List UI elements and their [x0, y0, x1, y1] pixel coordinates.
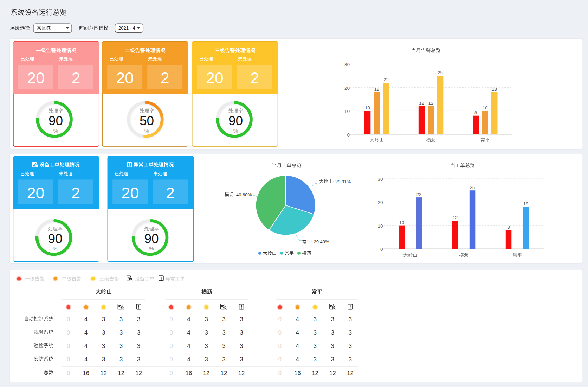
- svg-text:3: 3: [222, 316, 225, 322]
- svg-text:3: 3: [137, 329, 140, 336]
- svg-text:3: 3: [349, 343, 352, 349]
- svg-text:4: 4: [84, 316, 88, 322]
- svg-text:20: 20: [121, 184, 139, 202]
- svg-text:0: 0: [169, 316, 173, 322]
- svg-text:20: 20: [344, 85, 350, 91]
- svg-text:20: 20: [27, 69, 45, 87]
- svg-text:90: 90: [144, 231, 159, 246]
- svg-text:0: 0: [67, 329, 70, 336]
- svg-text:2: 2: [161, 69, 169, 87]
- svg-text:3: 3: [349, 356, 352, 362]
- svg-text:3: 3: [102, 316, 105, 322]
- svg-text:20: 20: [377, 200, 383, 205]
- svg-text:3: 3: [240, 343, 243, 349]
- svg-text:3: 3: [222, 343, 225, 349]
- svg-text:3: 3: [331, 316, 334, 322]
- svg-text:0: 0: [169, 370, 173, 376]
- svg-text:4: 4: [84, 343, 88, 349]
- svg-text:4: 4: [84, 356, 88, 362]
- svg-text:3: 3: [119, 356, 123, 362]
- svg-text:12: 12: [329, 370, 336, 376]
- svg-text:%: %: [149, 246, 154, 252]
- svg-text:25: 25: [470, 185, 475, 190]
- svg-text:0: 0: [347, 132, 350, 138]
- svg-text:3: 3: [222, 329, 225, 336]
- svg-text:10: 10: [483, 105, 487, 110]
- svg-text:3: 3: [102, 343, 105, 349]
- svg-text:90: 90: [48, 231, 62, 246]
- svg-text:12: 12: [312, 370, 318, 376]
- svg-text:: 29.49%: : 29.49%: [311, 239, 329, 245]
- svg-text:4: 4: [187, 316, 190, 322]
- svg-text:12: 12: [238, 370, 245, 376]
- svg-text:3: 3: [349, 316, 352, 322]
- svg-text:%: %: [53, 128, 58, 134]
- svg-text:: 40.60%: : 40.60%: [234, 192, 252, 197]
- svg-text:3: 3: [314, 316, 317, 322]
- svg-text:16: 16: [294, 370, 301, 376]
- svg-text:3: 3: [205, 356, 208, 362]
- svg-text:8: 8: [507, 224, 510, 230]
- svg-text:20: 20: [27, 184, 44, 202]
- svg-text:12: 12: [428, 101, 433, 106]
- svg-text:0: 0: [169, 343, 173, 349]
- svg-text:10: 10: [344, 109, 350, 114]
- svg-text:0: 0: [169, 329, 173, 336]
- svg-text:0: 0: [278, 356, 282, 362]
- svg-text:25: 25: [438, 70, 442, 75]
- svg-text:3: 3: [331, 356, 334, 362]
- svg-text:10: 10: [399, 220, 404, 225]
- svg-text:3: 3: [119, 343, 123, 349]
- svg-text:90: 90: [228, 114, 243, 128]
- svg-text:4: 4: [296, 356, 299, 362]
- svg-text:12: 12: [221, 370, 227, 376]
- svg-text:3: 3: [205, 316, 208, 322]
- svg-text:12: 12: [136, 370, 142, 376]
- svg-text:4: 4: [187, 356, 190, 362]
- svg-text:4: 4: [296, 329, 299, 336]
- svg-text:20: 20: [206, 69, 224, 87]
- svg-text:0: 0: [169, 356, 173, 362]
- svg-text:3: 3: [331, 329, 334, 336]
- svg-text:3: 3: [102, 329, 105, 336]
- svg-text:0: 0: [278, 329, 282, 336]
- svg-text:8: 8: [474, 110, 477, 115]
- svg-text:0: 0: [67, 356, 70, 362]
- svg-text:3: 3: [240, 316, 243, 322]
- svg-text:18: 18: [492, 87, 497, 92]
- svg-text:22: 22: [416, 192, 421, 197]
- svg-text:0: 0: [67, 343, 70, 349]
- svg-text:0: 0: [278, 343, 282, 349]
- svg-text:0: 0: [67, 370, 70, 376]
- svg-text:2: 2: [71, 184, 80, 202]
- svg-text:12: 12: [101, 370, 107, 376]
- svg-text:%: %: [233, 128, 238, 134]
- svg-text:22: 22: [383, 77, 388, 82]
- svg-text:3: 3: [205, 329, 208, 336]
- svg-text:3: 3: [137, 316, 140, 322]
- svg-text:0: 0: [67, 316, 70, 322]
- svg-text:4: 4: [296, 343, 299, 349]
- svg-text:4: 4: [187, 343, 190, 349]
- svg-text:20: 20: [116, 69, 134, 87]
- svg-text:2: 2: [71, 69, 80, 87]
- svg-text:3: 3: [349, 329, 352, 336]
- svg-text:3: 3: [205, 343, 208, 349]
- svg-text:3: 3: [119, 329, 123, 336]
- svg-text:3: 3: [314, 329, 317, 336]
- svg-text:3: 3: [331, 343, 334, 349]
- svg-text:2: 2: [166, 184, 175, 202]
- svg-text:3: 3: [314, 356, 317, 362]
- svg-text:12: 12: [203, 370, 209, 376]
- svg-text:16: 16: [186, 370, 192, 376]
- svg-text:%: %: [53, 246, 57, 252]
- svg-text:0: 0: [380, 247, 383, 252]
- svg-text:3: 3: [137, 343, 140, 349]
- svg-text:10: 10: [377, 223, 383, 229]
- svg-text:3: 3: [222, 356, 225, 362]
- svg-text:30: 30: [377, 177, 383, 182]
- svg-text:3: 3: [119, 316, 123, 322]
- svg-text:4: 4: [84, 329, 88, 336]
- svg-text:3: 3: [240, 356, 243, 362]
- svg-text:4: 4: [187, 329, 190, 336]
